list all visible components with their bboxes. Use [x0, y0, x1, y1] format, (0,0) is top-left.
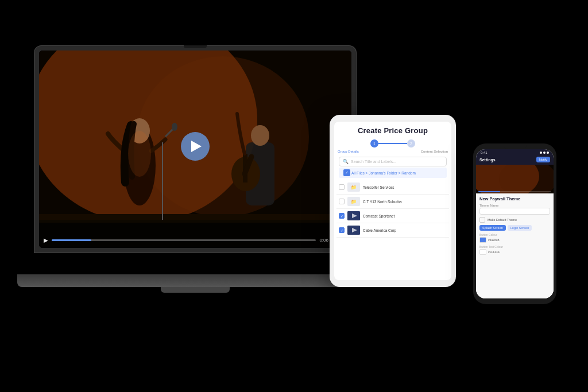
step-labels: Group Details Content Selection [334, 150, 451, 156]
svg-point-12 [251, 125, 269, 146]
progress-bar[interactable] [52, 239, 316, 241]
svg-rect-15 [39, 223, 351, 248]
phone-theme-name-label: Theme Name [479, 204, 550, 207]
laptop-frame: ▶ 0:06 🔊 ⛶ [34, 46, 356, 253]
search-placeholder: Search Title and Labels... [351, 160, 396, 164]
tablet-screen: Create Price Group 1 2 Group Details Con… [334, 122, 451, 280]
battery-icon [547, 152, 549, 154]
phone-tab-splash[interactable]: Splash Screen [479, 225, 506, 231]
play-icon [191, 141, 202, 152]
phone-header: Settings Notify [476, 156, 554, 165]
file-row: ✓ Cable America Corp [336, 223, 449, 238]
phone-notch [504, 143, 527, 149]
laptop-screen: ▶ 0:06 🔊 ⛶ [39, 51, 351, 248]
tablet-title: Create Price Group [340, 126, 446, 135]
svg-point-22 [499, 165, 554, 193]
phone-button-colour-value: #4a7de8 [488, 238, 499, 242]
phone-button-text-colour-group: Button Text Colour #FFFFFF [479, 245, 550, 255]
progress-fill [52, 239, 91, 241]
phone-button-text-colour-swatch: #FFFFFF [479, 249, 550, 255]
main-scene: ▶ 0:06 🔊 ⛶ Create Price Group [0, 0, 588, 392]
file-name-2: C T Y13 North Suburba [363, 200, 447, 204]
file-list: 📁 Telecolfer Services 📁 C T Y13 North Su… [334, 179, 451, 280]
tablet-breadcrumb: ✓ All Files > Johanna's Folder > Random [339, 168, 447, 178]
wifi-icon [543, 152, 546, 154]
phone-tab-login[interactable]: Login Screen [508, 225, 532, 231]
search-icon: 🔍 [343, 159, 349, 164]
step-line [378, 143, 407, 144]
phone-button-colour-swatch: #4a7de8 [479, 237, 550, 243]
tablet-device: Create Price Group 1 2 Group Details Con… [330, 115, 456, 287]
phone-status-icons [540, 152, 549, 154]
signal-icon [540, 152, 542, 154]
file-checkbox-2[interactable] [339, 199, 345, 204]
file-icon-2: 📁 [347, 197, 360, 206]
phone-button-text-colour-box[interactable] [479, 249, 486, 255]
step-2-label: Content Selection [421, 150, 448, 153]
phone-make-default-label: Make Default Theme [488, 218, 517, 222]
svg-point-8 [172, 123, 177, 131]
svg-point-10 [128, 131, 151, 177]
file-icon-3 [347, 211, 360, 220]
pause-icon[interactable]: ▶ [44, 237, 48, 243]
phone-make-default-checkbox[interactable] [479, 217, 485, 223]
file-row: 📁 C T Y13 North Suburba [336, 195, 449, 209]
breadcrumb-check: ✓ [343, 169, 350, 176]
tablet-header: Create Price Group [334, 122, 451, 137]
phone-button-text-colour-value: #FFFFFF [488, 250, 500, 254]
phone-button-colour-box[interactable] [479, 237, 486, 243]
phone-screen-tabs: Splash Screen Login Screen [479, 225, 550, 231]
video-controls: ▶ 0:06 🔊 ⛶ [44, 237, 347, 243]
phone-theme-name-input[interactable] [479, 208, 550, 215]
file-checkbox-3[interactable]: ✓ [339, 213, 345, 219]
play-button[interactable] [181, 132, 210, 161]
step-1-label: Group Details [338, 150, 359, 153]
phone-section-title: New Paywall Theme [479, 196, 550, 201]
phone-thumb-fill [478, 191, 500, 192]
phone-time: 9:41 [481, 151, 488, 154]
phone-make-default-row: Make Default Theme [479, 217, 550, 223]
step-1-dot[interactable]: 1 [370, 139, 378, 148]
step-2-dot[interactable]: 2 [407, 139, 415, 148]
phone-button-colour-group: Button Colour #4a7de8 [479, 233, 550, 243]
phone-video-thumbnail[interactable] [476, 165, 554, 193]
phone-status-bar: 9:41 [476, 149, 554, 156]
file-name-3: Comcast Sportsnet [363, 214, 447, 218]
file-checkbox-4[interactable]: ✓ [339, 227, 345, 233]
file-icon-4 [347, 226, 360, 235]
svg-rect-4 [39, 214, 351, 220]
video-player[interactable]: ▶ 0:06 🔊 ⛶ [39, 51, 351, 248]
laptop-device: ▶ 0:06 🔊 ⛶ [34, 46, 368, 287]
time-display: 0:06 [319, 238, 328, 243]
tablet-stepper: 1 2 [334, 137, 451, 150]
phone-header-title: Settings [479, 158, 496, 162]
breadcrumb-text: All Files > Johanna's Folder > Random [351, 171, 416, 175]
file-row: ✓ Comcast Sportsnet [336, 209, 449, 223]
file-row: 📁 Telecolfer Services [336, 180, 449, 195]
laptop-base [17, 274, 373, 287]
phone-theme-name-group: Theme Name [479, 204, 550, 215]
file-icon-1: 📁 [347, 183, 360, 192]
file-name-1: Telecolfer Services [363, 185, 447, 189]
phone-thumb-progress-bar [478, 191, 551, 192]
phone-button-text-colour-label: Button Text Colour [479, 245, 550, 249]
tablet-search[interactable]: 🔍 Search Title and Labels... [339, 157, 447, 166]
laptop-notch [184, 45, 207, 48]
file-checkbox-1[interactable] [339, 184, 345, 190]
phone-content: New Paywall Theme Theme Name Make Defaul… [476, 193, 554, 298]
phone-header-button[interactable]: Notify [536, 157, 550, 162]
phone-device: 9:41 Settings Notify [473, 143, 556, 304]
phone-screen: 9:41 Settings Notify [476, 149, 554, 298]
file-name-4: Cable America Corp [363, 228, 447, 232]
phone-button-colour-label: Button Colour [479, 233, 550, 236]
